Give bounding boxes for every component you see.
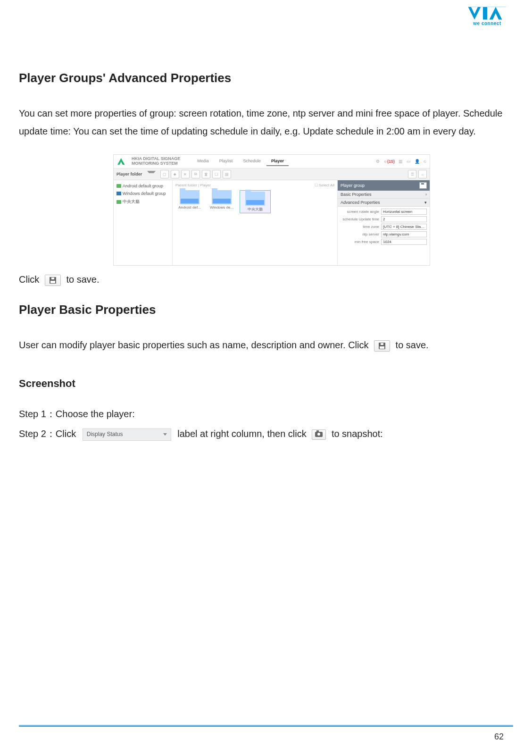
field-label: min free space <box>341 240 379 244</box>
folder-hall-selected[interactable]: 中央大廳 <box>240 190 271 213</box>
select-all-checkbox[interactable]: ☐ Select All <box>315 183 334 187</box>
nav-media[interactable]: Media <box>192 157 214 166</box>
save-button-icon[interactable] <box>45 275 61 286</box>
group-icon <box>116 200 121 204</box>
display-status-dropdown[interactable]: Display Status <box>83 428 171 441</box>
panel-title: Player group <box>341 183 365 188</box>
breadcrumb: Parent folder | Player <box>175 183 211 187</box>
app-title-line2: MONITORING SYSTEM <box>132 161 180 166</box>
paragraph-basic-properties: User can modify player basic properties … <box>19 336 513 354</box>
panel-header: Player group <box>338 180 430 191</box>
field-time-zone: time zone [UTC + 8] Chinese Stand.. <box>341 224 427 230</box>
click-save-line: Click to save. <box>19 270 513 288</box>
folder-android[interactable]: Android def... <box>175 190 204 213</box>
footer-divider <box>19 725 513 727</box>
chevron-down-icon <box>163 433 167 436</box>
section-basic-properties[interactable]: Basic Properties› <box>338 191 430 199</box>
gear-icon[interactable]: ⚙ <box>376 159 380 164</box>
field-ntp-server: ntp server ntp.viamgv.com <box>341 231 427 237</box>
nav-player[interactable]: Player <box>266 157 289 166</box>
header-icons: ⚙ ☼(15) ▥ ▭ 👤 ⎋ <box>376 159 426 164</box>
group-icon <box>116 184 121 188</box>
folder-label: Windows de... <box>208 205 236 210</box>
text-to-save: to save. <box>66 274 99 285</box>
folder-dropdown-icon[interactable] <box>147 171 156 178</box>
logout-icon[interactable]: ⎋ <box>424 159 426 164</box>
heading-screenshot: Screenshot <box>19 378 513 390</box>
heading-player-groups-advanced: Player Groups' Advanced Properties <box>19 71 513 85</box>
floppy-icon <box>50 277 56 284</box>
ntp-server-input[interactable]: ntp.viamgv.com <box>381 231 427 237</box>
list-view-button[interactable]: ☰ <box>408 170 416 178</box>
section-advanced-properties[interactable]: Advanced Properties▾ <box>338 199 430 207</box>
advanced-fields: screen rotate angle Horizontal screen sc… <box>338 207 430 248</box>
app-logo-icon <box>117 158 128 165</box>
field-label: time zone <box>341 225 379 229</box>
list-button[interactable]: ☐ <box>212 170 221 178</box>
delete-button[interactable]: ✕ <box>181 170 190 178</box>
camera-icon <box>315 432 323 437</box>
chart-icon[interactable]: ▥ <box>399 159 403 164</box>
trash-button[interactable]: 🗑 <box>202 170 210 178</box>
folder-windows[interactable]: Windows de... <box>208 190 236 213</box>
tree-item-android[interactable]: Android default group <box>115 182 171 190</box>
field-screen-rotate: screen rotate angle Horizontal screen <box>341 209 427 215</box>
svg-rect-0 <box>483 7 487 20</box>
tree-label: Android default group <box>123 184 163 188</box>
save-icon[interactable] <box>419 182 427 189</box>
floppy-icon <box>379 343 385 349</box>
toolbar: Player folder ▢ ♣ ✕ ⧉ 🗑 ☐ ▤ ☰ ⌕ <box>114 168 430 180</box>
tree-button[interactable]: ♣ <box>171 170 179 178</box>
tree-item-hall[interactable]: 中央大廳 <box>115 197 171 206</box>
field-label: ntp server <box>341 232 379 236</box>
alert-icon[interactable]: ☼(15) <box>383 159 395 164</box>
page-number: 62 <box>494 732 504 742</box>
nav-playlist[interactable]: Playlist <box>215 157 238 166</box>
section-label: Basic Properties <box>341 192 372 197</box>
grid-button[interactable]: ▤ <box>223 170 231 178</box>
section-label: Advanced Properties <box>341 200 380 205</box>
main-nav: Media Playlist Schedule Player <box>192 157 289 166</box>
screen-rotate-select[interactable]: Horizontal screen <box>381 209 427 215</box>
embedded-screenshot: HKIA DIGITAL SIGNAGE MONITORING SYSTEM M… <box>113 154 430 266</box>
nav-schedule[interactable]: Schedule <box>238 157 266 166</box>
via-logo-icon <box>466 5 508 22</box>
tree-label: Windows default group <box>123 191 166 196</box>
app-title: HKIA DIGITAL SIGNAGE MONITORING SYSTEM <box>132 157 180 166</box>
paragraph-advanced-properties: You can set more properties of group: sc… <box>19 104 513 140</box>
brand-tagline: we connect <box>473 21 501 26</box>
select-all-label: Select All <box>319 183 334 187</box>
schedule-update-select[interactable]: 2 <box>381 216 427 222</box>
inbox-icon[interactable]: ▭ <box>407 159 411 164</box>
min-free-space-input[interactable]: 1024 <box>381 239 427 245</box>
search-button[interactable]: ⌕ <box>418 170 427 178</box>
step-1: Step 1：Choose the player: <box>19 404 513 424</box>
step-2: Step 2：Click Display Status label at rig… <box>19 424 513 444</box>
field-label: screen rotate angle <box>341 210 379 214</box>
save-button-icon[interactable] <box>374 340 390 352</box>
tree-item-windows[interactable]: Windows default group <box>115 190 171 197</box>
time-zone-select[interactable]: [UTC + 8] Chinese Stand.. <box>381 224 427 230</box>
new-folder-button[interactable]: ▢ <box>160 170 169 178</box>
user-icon[interactable]: 👤 <box>415 159 420 164</box>
text-basic-post: to save. <box>396 340 429 350</box>
toolbar-label: Player folder <box>116 172 142 176</box>
folder-grid: Android def... Windows de... 中央大廳 <box>175 190 334 213</box>
field-label: schedule Update time <box>341 217 379 221</box>
heading-player-basic-properties: Player Basic Properties <box>19 302 513 317</box>
properties-panel: Player group Basic Properties› Advanced … <box>337 180 430 265</box>
snapshot-button[interactable] <box>312 429 326 440</box>
field-schedule-update: schedule Update time 2 <box>341 216 427 222</box>
step2-mid: label at right column, then click <box>177 428 309 439</box>
main-area: Parent folder | Player ☐ Select All Andr… <box>173 180 337 265</box>
copy-button[interactable]: ⧉ <box>191 170 200 178</box>
folder-tree: Android default group Windows default gr… <box>114 180 173 265</box>
alert-count-badge: (15) <box>387 159 395 164</box>
breadcrumb-row: Parent folder | Player ☐ Select All <box>175 183 334 187</box>
folder-label: 中央大廳 <box>241 207 269 212</box>
folder-label: Android def... <box>175 205 204 210</box>
step2-post: to snapshot: <box>332 428 383 439</box>
text-click: Click <box>19 274 39 285</box>
chevron-down-icon: ▾ <box>424 200 427 205</box>
chevron-right-icon: › <box>425 192 427 197</box>
